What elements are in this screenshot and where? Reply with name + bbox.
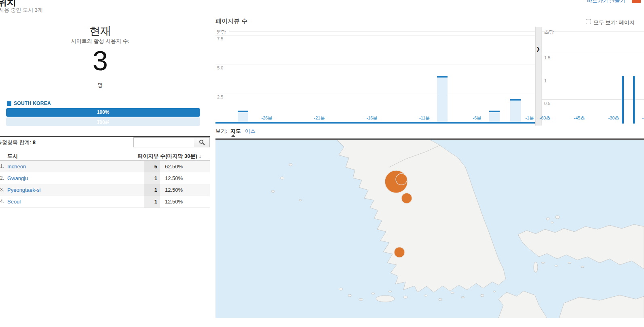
metric-total: 측정항목 합계: 8 — [0, 139, 36, 146]
chart-panel-divider — [535, 27, 541, 126]
per-second-label: 초당 — [544, 29, 554, 36]
minute-chart-baseline — [215, 122, 535, 124]
search-icon — [199, 139, 205, 145]
view-label: 보기: — [215, 128, 228, 135]
city-link[interactable]: Seoul — [7, 199, 21, 205]
y-axis-tick: 5.0 — [217, 65, 223, 70]
table-row: 2.Gwangju112.50% — [0, 172, 210, 184]
table-row: 1.Incheon562.50% — [0, 161, 210, 173]
x-axis-tick: -15초 — [638, 115, 644, 121]
row-rank: 4. — [0, 199, 4, 204]
city-link[interactable]: Pyeongtaek-si — [7, 187, 40, 193]
city-bubble-seoul — [396, 174, 407, 185]
sort-desc-icon: ↓ — [199, 153, 202, 159]
gridline — [229, 31, 535, 32]
pageview-count: 1 — [144, 184, 160, 196]
active-tab-indicator-icon — [231, 134, 236, 137]
x-axis-tick: -21분 — [307, 115, 332, 121]
x-axis-tick: -30초 — [604, 115, 624, 121]
row-rank: 3. — [0, 187, 4, 193]
map-tsushima — [534, 262, 538, 272]
city-table-body: 1.Incheon562.50%2.Gwangju112.50%3.Pyeong… — [0, 161, 210, 208]
x-axis-tick: -6분 — [465, 115, 489, 121]
minute-bar — [437, 76, 448, 122]
tab-earth[interactable]: 어스 — [245, 128, 255, 135]
page-subtitle: 사용 중인 도시 3개 — [0, 6, 43, 14]
table-search-button[interactable] — [194, 137, 210, 147]
gridline — [215, 65, 535, 65]
gridline — [542, 77, 644, 77]
show-all-label: 모두 보기: 페이지 — [593, 19, 635, 26]
metric-total-label: 측정항목 합계: — [0, 139, 31, 145]
active-users-count: 3 — [3, 47, 197, 74]
minute-bar — [489, 111, 500, 122]
now-heading: 현재 — [3, 24, 197, 38]
pageview-count: 1 — [144, 172, 160, 184]
table-row: 3.Pyeongtaek-si112.50% — [0, 184, 210, 196]
x-axis-tick: -26분 — [255, 115, 279, 121]
column-header-city[interactable]: 도시 — [7, 153, 18, 160]
gridline — [542, 31, 644, 32]
y-axis-tick: 1.5 — [544, 55, 550, 60]
country-name: SOUTH KOREA — [14, 101, 51, 106]
table-row: 4.Seoul112.50% — [0, 196, 210, 208]
collapse-chevron-icon[interactable]: ❯ — [536, 46, 540, 52]
map-jeju-island — [376, 296, 395, 302]
row-rank: 1. — [0, 164, 4, 169]
gridline — [215, 94, 535, 94]
show-all-checkbox[interactable] — [586, 19, 591, 24]
y-axis-tick: 7.5 — [217, 36, 223, 41]
tab-map[interactable]: 지도 — [230, 128, 241, 135]
second-bar — [633, 76, 635, 124]
pageview-count: 5 — [144, 161, 160, 172]
city-bubble-gwangju — [394, 247, 405, 258]
column-header-pageviews-label: 페이지뷰 수(마지막 30분) — [138, 153, 197, 159]
pageview-percent: 62.50% — [161, 161, 183, 172]
pageviews-chart-title: 페이지뷰 수 — [215, 17, 247, 25]
metric-total-value: 8 — [33, 139, 36, 145]
pageview-percent: 12.50% — [161, 184, 183, 196]
create-shortcut-link[interactable]: 바로가기 만들기 — [587, 0, 625, 4]
city-bubble-pyeongtaek-si — [401, 193, 412, 203]
row-rank: 2. — [0, 175, 4, 181]
realtime-location-page: 위치 사용 중인 도시 3개 바로가기 만들기 현재 사이트의 활성 사용자 수… — [0, 0, 644, 327]
pageview-count: 1 — [144, 196, 160, 208]
gridline — [542, 99, 644, 100]
country-percent-bar: 100% — [6, 108, 200, 117]
per-minute-label: 분당 — [216, 29, 226, 36]
x-axis-tick: -11분 — [412, 115, 437, 121]
pageviews-per-second-chart: 초당 1.510.5-60초-45초-30초-15초 — [541, 27, 644, 126]
column-header-pageviews[interactable]: 페이지뷰 수(마지막 30분) ↓ — [89, 153, 201, 160]
y-axis-tick: 2.5 — [217, 94, 223, 99]
minute-bar — [238, 111, 248, 122]
pageviews-per-minute-chart: 분당 7.55.02.5-26분-21분-16분-11분-6분-1분 — [215, 27, 535, 126]
table-search-input[interactable] — [133, 137, 197, 147]
table-top-border — [0, 136, 210, 137]
south-korea-map — [215, 140, 644, 318]
active-users-label: 사이트의 활성 사용자 수: — [3, 38, 197, 45]
active-users-unit: 명 — [3, 82, 197, 89]
gridline — [542, 54, 644, 54]
x-axis-tick: -16분 — [360, 115, 384, 121]
pageview-percent: 12.50% — [161, 172, 183, 184]
country-swatch-icon — [7, 101, 11, 106]
country-percent-bar-reflection: 100% — [6, 117, 200, 126]
beta-badge — [632, 0, 641, 3]
chart-title-rule — [215, 26, 644, 26]
x-axis-tick: -45초 — [569, 115, 589, 121]
city-link[interactable]: Gwangju — [7, 175, 28, 181]
gridline — [215, 36, 535, 36]
city-link[interactable]: Incheon — [7, 164, 26, 170]
x-axis-tick: -60초 — [535, 115, 555, 121]
pageview-percent: 12.50% — [161, 196, 183, 208]
y-axis-tick: 0.5 — [544, 101, 550, 106]
y-axis-tick: 1 — [544, 78, 547, 83]
